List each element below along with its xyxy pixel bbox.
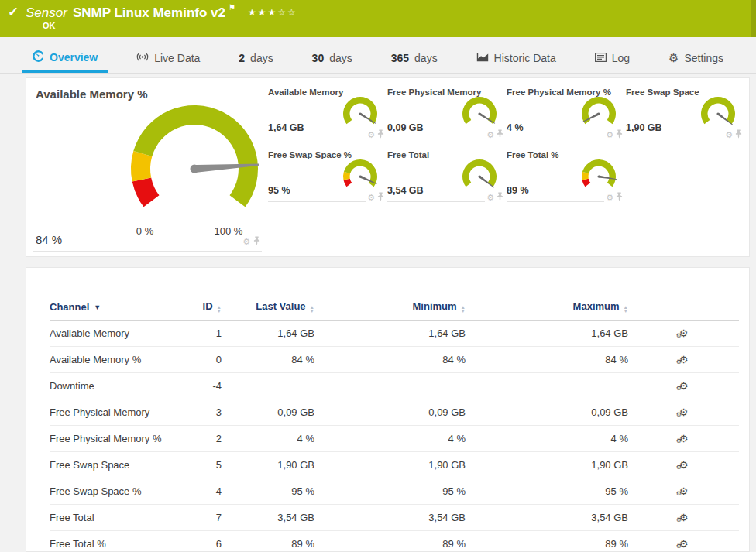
- gauge-value: 95 %: [268, 185, 290, 196]
- gear-icon[interactable]: ⚙: [242, 238, 250, 245]
- tab-2-days[interactable]: 2days: [228, 45, 284, 73]
- sort-desc-icon: ▼: [94, 303, 101, 311]
- channel-settings-icon[interactable]: ⚙⚙: [679, 485, 689, 497]
- pin-icon[interactable]: [616, 128, 623, 142]
- column-header-id[interactable]: ID▲▼: [189, 300, 222, 321]
- minimum-cell: 89 %: [314, 531, 466, 552]
- object-kind-label: Sensor: [26, 5, 67, 20]
- tab-label: Live Data: [154, 52, 200, 64]
- gauge-value: 3,54 GB: [387, 185, 424, 196]
- channel-settings-icon[interactable]: ⚙⚙: [679, 327, 689, 339]
- tab-label: Overview: [50, 51, 98, 63]
- column-label: Channel: [50, 301, 89, 313]
- channel-settings-icon[interactable]: ⚙⚙: [679, 433, 689, 444]
- column-label: Minimum: [413, 300, 457, 312]
- column-header-last-value[interactable]: Last Value▲▼: [222, 300, 314, 321]
- id-cell: 5: [189, 452, 222, 478]
- status-badge: OK: [43, 21, 56, 30]
- sort-icon: ▲▼: [310, 306, 314, 313]
- gear-icon[interactable]: ⚙: [606, 194, 613, 201]
- sensor-header: ✓ SensorSNMP Linux Meminfo v2⚑★★★☆☆ OK: [0, 0, 756, 37]
- column-header-maximum[interactable]: Maximum▲▼: [466, 300, 628, 321]
- last-value-cell: 1,90 GB: [222, 452, 314, 478]
- channel-settings-icon[interactable]: ⚙⚙: [679, 380, 689, 392]
- gear-icon[interactable]: ⚙: [367, 131, 375, 139]
- channel-cell[interactable]: Available Memory: [50, 321, 189, 347]
- gear-icon[interactable]: ⚙: [486, 131, 494, 139]
- channel-cell[interactable]: Free Physical Memory: [50, 399, 189, 426]
- gauge-tile-available-memory: Available Memory1,64 GB⚙: [268, 86, 384, 139]
- table-row: Free Physical Memory30,09 GB0,09 GB0,09 …: [50, 399, 739, 426]
- gauge-scale-min: 0 %: [129, 225, 160, 237]
- gauge-tile-free-total: Free Total3,54 GB⚙: [387, 149, 503, 202]
- tab-settings[interactable]: ⚙Settings: [658, 45, 734, 73]
- channel-cell[interactable]: Free Physical Memory %: [50, 426, 189, 452]
- gauge-tile-free-physical-memory: Free Physical Memory0,09 GB⚙: [387, 86, 503, 139]
- id-cell: 4: [189, 478, 222, 505]
- tab-log[interactable]: Log: [584, 45, 641, 73]
- channel-cell[interactable]: Available Memory %: [50, 347, 189, 373]
- column-header-actions: [628, 300, 739, 321]
- pin-icon[interactable]: [616, 190, 623, 204]
- pin-icon[interactable]: [497, 190, 503, 204]
- gear-icon[interactable]: ⚙: [486, 194, 494, 201]
- column-label: Last Value: [256, 300, 305, 312]
- channel-settings-icon[interactable]: ⚙⚙: [679, 406, 689, 418]
- column-header-channel[interactable]: Channel▼: [50, 300, 189, 321]
- maximum-cell: 89 %: [466, 531, 628, 552]
- id-cell: 0: [189, 347, 222, 373]
- id-cell: 1: [189, 321, 222, 347]
- gear-icon[interactable]: ⚙: [725, 131, 733, 139]
- tab-label: days: [250, 52, 273, 64]
- pin-icon[interactable]: [377, 128, 384, 142]
- minimum-cell: 3,54 GB: [314, 505, 466, 531]
- gauge-tile-free-total-pct: Free Total %89 %⚙: [507, 149, 623, 202]
- last-value-cell: 89 %: [222, 531, 314, 552]
- id-cell: 7: [189, 505, 222, 531]
- gauge-value: 84 %: [36, 233, 62, 246]
- channel-cell[interactable]: Free Swap Space: [50, 452, 189, 478]
- last-value-cell: 4 %: [222, 426, 314, 452]
- channel-settings-icon[interactable]: ⚙⚙: [679, 459, 689, 471]
- column-header-minimum[interactable]: Minimum▲▼: [314, 300, 466, 321]
- table-row: Free Total73,54 GB3,54 GB3,54 GB⚙⚙: [50, 505, 739, 531]
- channel-cell[interactable]: Downtime: [50, 373, 189, 399]
- table-row: Available Memory %084 %84 %84 %⚙⚙: [50, 347, 739, 373]
- pin-icon[interactable]: [735, 128, 742, 142]
- table-row: Available Memory11,64 GB1,64 GB1,64 GB⚙⚙: [50, 321, 739, 347]
- channel-settings-icon[interactable]: ⚙⚙: [679, 354, 689, 365]
- gear-icon[interactable]: ⚙: [367, 194, 375, 201]
- tab-historic-data[interactable]: Historic Data: [466, 45, 567, 73]
- tab-number: 365: [391, 52, 409, 64]
- tab-365-days[interactable]: 365days: [380, 45, 448, 73]
- id-cell: 3: [189, 399, 222, 426]
- maximum-cell: 1,64 GB: [466, 321, 628, 347]
- tab-live-data[interactable]: Live Data: [125, 45, 211, 73]
- table-header-row: Channel▼ID▲▼Last Value▲▼Minimum▲▼Maximum…: [50, 300, 739, 321]
- last-value-cell: [222, 373, 314, 399]
- channel-settings-icon[interactable]: ⚙⚙: [679, 512, 689, 523]
- pin-icon[interactable]: [497, 128, 503, 142]
- channel-cell[interactable]: Free Total %: [50, 531, 189, 552]
- priority-flag-icon[interactable]: ⚑: [229, 3, 235, 12]
- last-value-cell: 95 %: [222, 478, 314, 505]
- gear-icon[interactable]: ⚙: [606, 131, 613, 139]
- id-cell: -4: [189, 373, 222, 399]
- log-icon: [595, 52, 607, 64]
- channel-cell[interactable]: Free Total: [50, 505, 189, 531]
- pin-icon[interactable]: [253, 235, 260, 249]
- overview-gauges-panel: Available Memory % 0 % 100 % 84 % ⚙ Avai…: [26, 77, 750, 257]
- column-label: Maximum: [573, 300, 620, 312]
- priority-stars[interactable]: ★★★☆☆: [248, 7, 297, 18]
- settings-icon: ⚙: [668, 52, 679, 64]
- sort-icon: ▲▼: [624, 306, 628, 313]
- minimum-cell: 1,90 GB: [314, 452, 466, 478]
- channel-settings-icon[interactable]: ⚙⚙: [679, 538, 689, 550]
- last-value-cell: 84 %: [222, 347, 314, 373]
- channel-cell[interactable]: Free Swap Space %: [50, 478, 189, 505]
- tab-overview[interactable]: Overview: [22, 43, 108, 73]
- pin-icon[interactable]: [377, 190, 384, 204]
- maximum-cell: 1,90 GB: [466, 452, 628, 478]
- maximum-cell: 0,09 GB: [466, 399, 628, 426]
- tab-30-days[interactable]: 30days: [301, 45, 363, 73]
